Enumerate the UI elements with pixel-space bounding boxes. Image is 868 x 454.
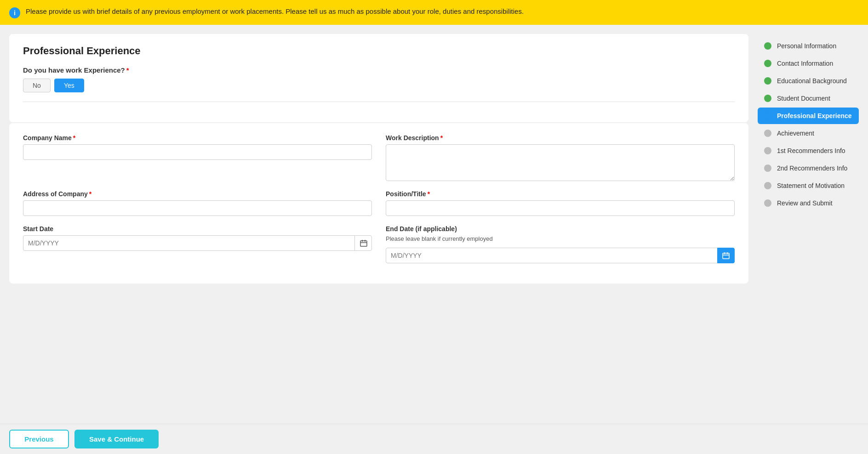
svg-rect-4 [723,253,729,259]
company-name-label: Company Name* [23,134,372,142]
position-title-label: Position/Title* [386,190,735,198]
sidebar-item-educational-background[interactable]: Educational Background [758,73,859,89]
sidebar-label-student-document: Student Document [777,95,830,102]
sidebar-label-2nd-recommenders-info: 2nd Recommenders Info [777,165,847,172]
yes-button[interactable]: Yes [54,79,84,92]
sidebar-dot-contact-information [764,60,771,67]
start-date-label: Start Date [23,225,372,233]
form-row-3: Start Date En [23,225,735,263]
experience-form-section: Company Name* Work Description* Address … [9,123,748,284]
info-icon: i [9,7,20,18]
position-title-input[interactable] [386,200,735,216]
sidebar-label-statement-of-motivation: Statement of Motivation [777,182,845,189]
end-date-calendar-icon[interactable] [717,248,735,263]
start-date-group: Start Date [23,225,372,263]
start-date-input[interactable] [23,235,372,251]
sidebar-dot-review-and-submit [764,199,771,207]
sidebar-item-achievement[interactable]: Achievement [758,125,859,142]
bottom-bar: Previous Save & Continue [0,424,868,454]
svg-rect-0 [360,241,367,246]
work-experience-question: Do you have work Experience?* [23,66,735,74]
sidebar-dot-student-document [764,95,771,102]
sidebar-dot-professional-experience [764,112,771,119]
sidebar-item-contact-information[interactable]: Contact Information [758,55,859,72]
work-description-input[interactable] [386,144,735,181]
work-description-label: Work Description* [386,134,735,142]
sidebar-dot-2nd-recommenders-info [764,165,771,172]
sidebar: Personal InformationContact InformationE… [758,34,859,442]
form-row-2: Address of Company* Position/Title* [23,190,735,216]
start-date-calendar-icon[interactable] [354,235,372,251]
sidebar-label-professional-experience: Professional Experience [777,112,852,119]
sidebar-item-student-document[interactable]: Student Document [758,90,859,107]
end-date-label: End Date (if applicable) [386,225,735,233]
sidebar-item-personal-information[interactable]: Personal Information [758,38,859,54]
banner-text: Please provide us with brief details of … [26,6,524,17]
sidebar-dot-1st-recommenders-info [764,147,771,154]
sidebar-item-statement-of-motivation[interactable]: Statement of Motivation [758,177,859,194]
company-name-group: Company Name* [23,134,372,181]
address-label: Address of Company* [23,190,372,198]
sidebar-label-contact-information: Contact Information [777,60,833,67]
start-date-wrapper [23,235,372,251]
divider [23,102,735,102]
sidebar-dot-statement-of-motivation [764,182,771,189]
end-date-wrapper [386,248,735,263]
sidebar-label-personal-information: Personal Information [777,42,836,50]
sidebar-item-2nd-recommenders-info[interactable]: 2nd Recommenders Info [758,160,859,176]
end-date-input[interactable] [386,248,735,263]
sidebar-label-achievement: Achievement [777,130,814,137]
end-date-group: End Date (if applicable) Please leave bl… [386,225,735,263]
save-continue-button[interactable]: Save & Continue [74,430,159,448]
sidebar-label-1st-recommenders-info: 1st Recommenders Info [777,147,845,154]
sidebar-dot-educational-background [764,77,771,85]
professional-experience-card: Professional Experience Do you have work… [9,34,748,122]
sidebar-item-review-and-submit[interactable]: Review and Submit [758,195,859,211]
no-button[interactable]: No [23,79,51,92]
sidebar-label-educational-background: Educational Background [777,77,847,85]
form-row-1: Company Name* Work Description* [23,134,735,181]
sidebar-item-professional-experience[interactable]: Professional Experience [758,108,859,124]
sidebar-label-review-and-submit: Review and Submit [777,199,833,207]
sidebar-dot-personal-information [764,42,771,50]
previous-button[interactable]: Previous [9,430,69,448]
end-date-help-text: Please leave blank if currently employed [386,235,735,242]
page-title: Professional Experience [23,45,735,57]
sidebar-item-1st-recommenders-info[interactable]: 1st Recommenders Info [758,142,859,159]
work-description-group: Work Description* [386,134,735,181]
content-area: Professional Experience Do you have work… [9,34,748,442]
sidebar-dot-achievement [764,130,771,137]
address-group: Address of Company* [23,190,372,216]
position-title-group: Position/Title* [386,190,735,216]
info-banner: i Please provide us with brief details o… [0,0,868,25]
company-name-input[interactable] [23,144,372,160]
address-input[interactable] [23,200,372,216]
work-experience-toggle-group: No Yes [23,79,735,92]
